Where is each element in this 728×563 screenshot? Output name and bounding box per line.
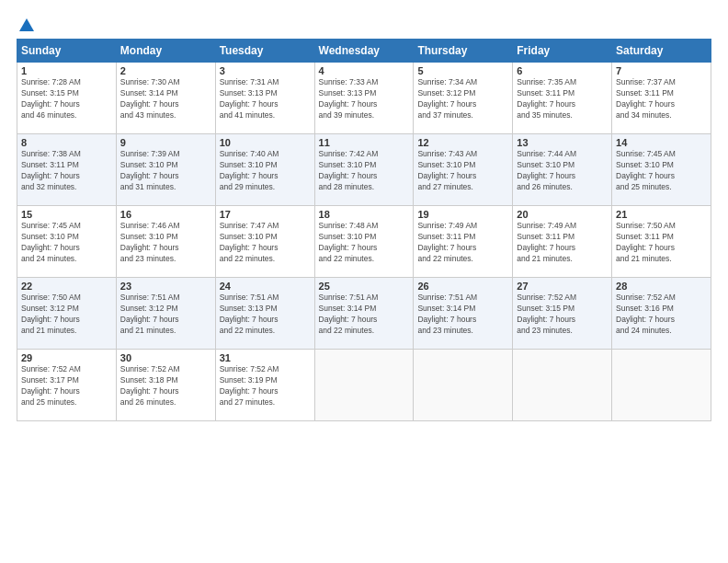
page-header: [17, 17, 711, 31]
day-info: Sunrise: 7:52 AM Sunset: 3:18 PM Dayligh…: [120, 364, 211, 408]
day-info: Sunrise: 7:28 AM Sunset: 3:15 PM Dayligh…: [21, 77, 112, 121]
calendar-week-row: 29Sunrise: 7:52 AM Sunset: 3:17 PM Dayli…: [17, 350, 711, 421]
day-info: Sunrise: 7:52 AM Sunset: 3:16 PM Dayligh…: [616, 293, 707, 337]
day-info: Sunrise: 7:44 AM Sunset: 3:10 PM Dayligh…: [517, 149, 608, 193]
day-number: 19: [417, 209, 508, 220]
day-number: 23: [120, 281, 211, 292]
day-info: Sunrise: 7:51 AM Sunset: 3:13 PM Dayligh…: [220, 293, 311, 337]
day-info: Sunrise: 7:48 AM Sunset: 3:10 PM Dayligh…: [319, 221, 410, 265]
day-info: Sunrise: 7:52 AM Sunset: 3:19 PM Dayligh…: [220, 364, 311, 408]
day-info: Sunrise: 7:31 AM Sunset: 3:13 PM Dayligh…: [220, 77, 311, 121]
calendar-header-cell: Saturday: [612, 40, 711, 63]
calendar-header-cell: Wednesday: [314, 40, 414, 63]
day-number: 3: [220, 65, 311, 76]
calendar-day-cell: [612, 350, 711, 421]
day-info: Sunrise: 7:47 AM Sunset: 3:10 PM Dayligh…: [220, 221, 311, 265]
day-info: Sunrise: 7:39 AM Sunset: 3:10 PM Dayligh…: [120, 149, 211, 193]
calendar-day-cell: 20Sunrise: 7:49 AM Sunset: 3:11 PM Dayli…: [513, 206, 612, 278]
day-number: 12: [417, 137, 508, 148]
calendar-day-cell: 18Sunrise: 7:48 AM Sunset: 3:10 PM Dayli…: [314, 206, 414, 278]
day-info: Sunrise: 7:52 AM Sunset: 3:17 PM Dayligh…: [21, 364, 112, 408]
calendar-header-row: SundayMondayTuesdayWednesdayThursdayFrid…: [17, 40, 711, 63]
day-number: 14: [616, 137, 707, 148]
calendar-header-cell: Thursday: [414, 40, 513, 63]
calendar-header-cell: Monday: [116, 40, 215, 63]
calendar-header-cell: Tuesday: [215, 40, 314, 63]
calendar-day-cell: 5Sunrise: 7:34 AM Sunset: 3:12 PM Daylig…: [414, 63, 513, 134]
day-info: Sunrise: 7:45 AM Sunset: 3:10 PM Dayligh…: [21, 221, 112, 265]
calendar-day-cell: 6Sunrise: 7:35 AM Sunset: 3:11 PM Daylig…: [513, 63, 612, 134]
logo-icon: [18, 17, 35, 33]
calendar-day-cell: 31Sunrise: 7:52 AM Sunset: 3:19 PM Dayli…: [215, 350, 314, 421]
calendar-day-cell: 10Sunrise: 7:40 AM Sunset: 3:10 PM Dayli…: [215, 134, 314, 206]
calendar-day-cell: 15Sunrise: 7:45 AM Sunset: 3:10 PM Dayli…: [17, 206, 117, 278]
day-info: Sunrise: 7:33 AM Sunset: 3:13 PM Dayligh…: [319, 77, 410, 121]
calendar-day-cell: [314, 350, 414, 421]
calendar-day-cell: 19Sunrise: 7:49 AM Sunset: 3:11 PM Dayli…: [414, 206, 513, 278]
day-info: Sunrise: 7:51 AM Sunset: 3:14 PM Dayligh…: [417, 293, 508, 337]
day-number: 21: [616, 209, 707, 220]
calendar-week-row: 22Sunrise: 7:50 AM Sunset: 3:12 PM Dayli…: [17, 278, 711, 350]
calendar-week-row: 1Sunrise: 7:28 AM Sunset: 3:15 PM Daylig…: [17, 63, 711, 134]
day-info: Sunrise: 7:38 AM Sunset: 3:11 PM Dayligh…: [21, 149, 112, 193]
calendar-day-cell: 12Sunrise: 7:43 AM Sunset: 3:10 PM Dayli…: [414, 134, 513, 206]
calendar-day-cell: [513, 350, 612, 421]
day-info: Sunrise: 7:46 AM Sunset: 3:10 PM Dayligh…: [120, 221, 211, 265]
day-info: Sunrise: 7:49 AM Sunset: 3:11 PM Dayligh…: [517, 221, 608, 265]
day-number: 16: [120, 209, 211, 220]
calendar-header-cell: Friday: [513, 40, 612, 63]
calendar-day-cell: 28Sunrise: 7:52 AM Sunset: 3:16 PM Dayli…: [612, 278, 711, 350]
logo: [17, 17, 35, 31]
day-number: 8: [21, 137, 112, 148]
calendar-day-cell: 3Sunrise: 7:31 AM Sunset: 3:13 PM Daylig…: [215, 63, 314, 134]
day-info: Sunrise: 7:40 AM Sunset: 3:10 PM Dayligh…: [220, 149, 311, 193]
calendar-day-cell: 8Sunrise: 7:38 AM Sunset: 3:11 PM Daylig…: [17, 134, 117, 206]
calendar-day-cell: 23Sunrise: 7:51 AM Sunset: 3:12 PM Dayli…: [116, 278, 215, 350]
day-number: 26: [417, 281, 508, 292]
day-number: 18: [319, 209, 410, 220]
day-info: Sunrise: 7:51 AM Sunset: 3:12 PM Dayligh…: [120, 293, 211, 337]
calendar-body: 1Sunrise: 7:28 AM Sunset: 3:15 PM Daylig…: [17, 63, 711, 421]
day-info: Sunrise: 7:34 AM Sunset: 3:12 PM Dayligh…: [417, 77, 508, 121]
day-number: 2: [120, 65, 211, 76]
day-number: 31: [220, 352, 311, 363]
calendar-day-cell: 13Sunrise: 7:44 AM Sunset: 3:10 PM Dayli…: [513, 134, 612, 206]
day-info: Sunrise: 7:51 AM Sunset: 3:14 PM Dayligh…: [319, 293, 410, 337]
calendar-day-cell: 4Sunrise: 7:33 AM Sunset: 3:13 PM Daylig…: [314, 63, 414, 134]
day-number: 22: [21, 281, 112, 292]
day-number: 6: [517, 65, 608, 76]
calendar-day-cell: 22Sunrise: 7:50 AM Sunset: 3:12 PM Dayli…: [17, 278, 117, 350]
calendar-day-cell: [414, 350, 513, 421]
day-number: 29: [21, 352, 112, 363]
calendar-day-cell: 2Sunrise: 7:30 AM Sunset: 3:14 PM Daylig…: [116, 63, 215, 134]
calendar-day-cell: 30Sunrise: 7:52 AM Sunset: 3:18 PM Dayli…: [116, 350, 215, 421]
day-number: 27: [517, 281, 608, 292]
calendar-day-cell: 26Sunrise: 7:51 AM Sunset: 3:14 PM Dayli…: [414, 278, 513, 350]
day-number: 20: [517, 209, 608, 220]
day-number: 24: [220, 281, 311, 292]
calendar-day-cell: 27Sunrise: 7:52 AM Sunset: 3:15 PM Dayli…: [513, 278, 612, 350]
day-info: Sunrise: 7:52 AM Sunset: 3:15 PM Dayligh…: [517, 293, 608, 337]
day-info: Sunrise: 7:42 AM Sunset: 3:10 PM Dayligh…: [319, 149, 410, 193]
day-number: 28: [616, 281, 707, 292]
day-info: Sunrise: 7:49 AM Sunset: 3:11 PM Dayligh…: [417, 221, 508, 265]
day-number: 7: [616, 65, 707, 76]
day-number: 30: [120, 352, 211, 363]
day-number: 13: [517, 137, 608, 148]
day-info: Sunrise: 7:50 AM Sunset: 3:11 PM Dayligh…: [616, 221, 707, 265]
day-info: Sunrise: 7:45 AM Sunset: 3:10 PM Dayligh…: [616, 149, 707, 193]
calendar-week-row: 8Sunrise: 7:38 AM Sunset: 3:11 PM Daylig…: [17, 134, 711, 206]
day-number: 10: [220, 137, 311, 148]
day-info: Sunrise: 7:37 AM Sunset: 3:11 PM Dayligh…: [616, 77, 707, 121]
day-number: 17: [220, 209, 311, 220]
day-info: Sunrise: 7:50 AM Sunset: 3:12 PM Dayligh…: [21, 293, 112, 337]
calendar-header-cell: Sunday: [17, 40, 117, 63]
calendar-day-cell: 24Sunrise: 7:51 AM Sunset: 3:13 PM Dayli…: [215, 278, 314, 350]
calendar-day-cell: 7Sunrise: 7:37 AM Sunset: 3:11 PM Daylig…: [612, 63, 711, 134]
day-number: 9: [120, 137, 211, 148]
calendar-day-cell: 1Sunrise: 7:28 AM Sunset: 3:15 PM Daylig…: [17, 63, 117, 134]
calendar-day-cell: 29Sunrise: 7:52 AM Sunset: 3:17 PM Dayli…: [17, 350, 117, 421]
calendar-day-cell: 25Sunrise: 7:51 AM Sunset: 3:14 PM Dayli…: [314, 278, 414, 350]
calendar-week-row: 15Sunrise: 7:45 AM Sunset: 3:10 PM Dayli…: [17, 206, 711, 278]
calendar-table: SundayMondayTuesdayWednesdayThursdayFrid…: [17, 39, 711, 421]
